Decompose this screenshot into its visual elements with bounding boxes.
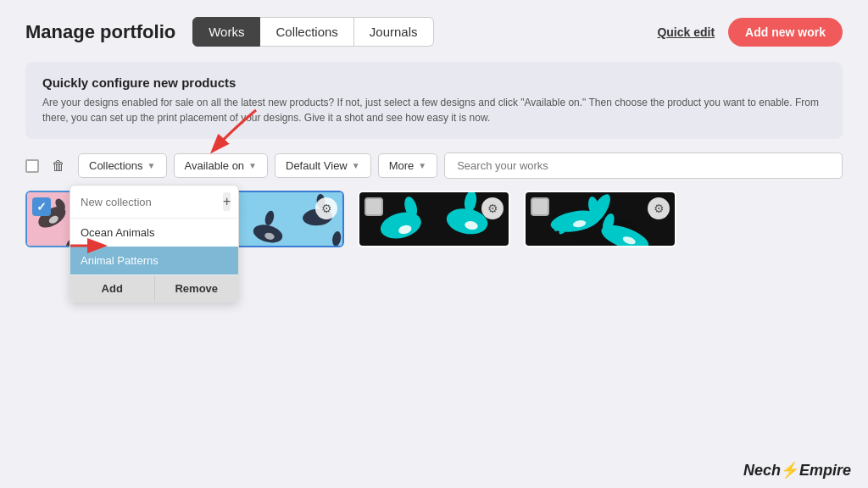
collection-item-ocean-animals[interactable]: Ocean Animals xyxy=(70,219,238,247)
page-title: Manage portfolio xyxy=(25,21,175,43)
add-work-button[interactable]: Add new work xyxy=(728,18,843,47)
default-view-dropdown[interactable]: Default View ▼ xyxy=(275,153,371,178)
delete-button[interactable]: 🗑 xyxy=(46,153,71,179)
header-right: Quick edit Add new work xyxy=(657,18,843,47)
popup-remove-button[interactable]: Remove xyxy=(154,275,239,302)
new-collection-row: + xyxy=(70,186,238,219)
svg-point-39 xyxy=(377,208,424,243)
watermark-empire: Empire xyxy=(799,462,851,479)
quick-edit-link[interactable]: Quick edit xyxy=(657,25,715,39)
chevron-down-icon: ▼ xyxy=(147,161,156,170)
header: Manage portfolio Works Collections Journ… xyxy=(25,17,843,47)
add-collection-plus-button[interactable]: + xyxy=(223,192,231,211)
card-check-black-dolphin[interactable] xyxy=(531,197,549,216)
work-card-black-dolphin: ⚙ Turquoise Sea Blue Dolphin 💬 0 $ 0 ♥ 1 xyxy=(524,191,676,247)
watermark-nech: Nech xyxy=(743,462,781,479)
card-image-black-dolphin: ⚙ xyxy=(526,192,675,246)
tab-group: Works Collections Journals xyxy=(192,17,433,47)
tab-works[interactable]: Works xyxy=(192,17,260,47)
tab-journals[interactable]: Journals xyxy=(354,17,434,47)
available-on-dropdown[interactable]: Available on ▼ xyxy=(174,153,269,178)
card-gear-black-dolphin[interactable]: ⚙ xyxy=(648,197,670,219)
chevron-down-icon: ▼ xyxy=(418,161,426,170)
card-info-black-dolphin: Turquoise Sea Blue Dolphin 💬 0 $ 0 ♥ 1 xyxy=(526,246,675,247)
card-gear-black-orca[interactable]: ⚙ xyxy=(481,197,504,219)
card-gear-blue[interactable]: ⚙ xyxy=(315,197,337,219)
watermark-lightning: ⚡ xyxy=(781,462,799,479)
new-collection-input[interactable] xyxy=(81,196,223,208)
work-card-black-orca: ⚙ Turquoise Sea Blue Orca 💬 0 $ 0 ♥ 1 xyxy=(358,191,510,247)
watermark: Nech⚡Empire xyxy=(743,461,851,480)
collections-popup: + Ocean Animals Animal Patterns Add Remo… xyxy=(70,185,239,302)
popup-actions: Add Remove xyxy=(70,274,238,302)
select-all-checkbox[interactable] xyxy=(25,159,39,173)
info-box: Quickly configure new products Are your … xyxy=(25,62,843,139)
collections-dropdown[interactable]: Collections ▼ xyxy=(78,153,167,178)
chevron-down-icon: ▼ xyxy=(248,161,257,170)
main-container: Manage portfolio Works Collections Journ… xyxy=(0,0,868,488)
info-box-text: Are your designs enabled for sale on all… xyxy=(42,95,826,125)
card-check-pink[interactable]: ✓ xyxy=(32,197,51,216)
more-dropdown[interactable]: More ▼ xyxy=(378,153,438,178)
tab-collections[interactable]: Collections xyxy=(260,17,353,47)
chevron-down-icon: ▼ xyxy=(352,161,360,170)
svg-point-32 xyxy=(331,230,342,246)
popup-add-button[interactable]: Add xyxy=(70,275,154,302)
search-input[interactable] xyxy=(444,152,843,179)
card-info-black-orca: Turquoise Sea Blue Orca 💬 0 $ 0 ♥ 1 xyxy=(359,246,509,247)
svg-point-24 xyxy=(264,210,275,227)
toolbar: 🗑 Collections ▼ Available on ▼ Default V… xyxy=(25,152,843,179)
card-image-black-orca: ⚙ xyxy=(359,192,509,246)
card-check-black-orca[interactable] xyxy=(364,197,383,216)
collection-item-animal-patterns[interactable]: Animal Patterns xyxy=(70,247,238,274)
info-box-title: Quickly configure new products xyxy=(42,75,826,90)
